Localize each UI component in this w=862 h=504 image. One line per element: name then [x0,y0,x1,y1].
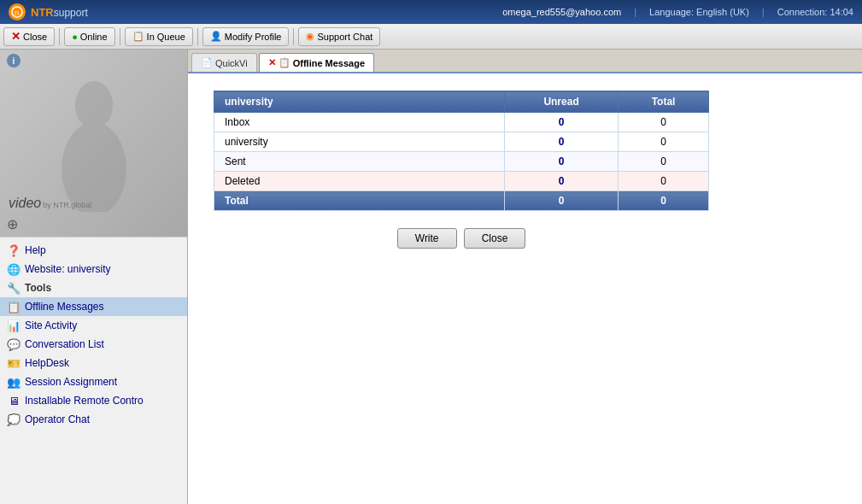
content-area: 📄 QuickVi ✕ 📋 Offline Message university… [188,50,862,504]
sent-total: 0 [619,152,709,172]
total-name: Total [214,191,505,211]
content-panel: university Unread Total Inbox 0 0 univer… [188,73,862,504]
sidebar-item-conversation-list[interactable]: 💬 Conversation List [0,335,187,354]
help-label: Help [25,244,46,256]
deleted-name: Deleted [214,172,505,191]
session-assignment-label: Session Assignment [25,376,117,388]
toolbar-sep4 [293,28,294,45]
svg-point-2 [75,81,113,129]
offline-message-tab-label: Offline Message [293,58,365,68]
col-unread-header: Unread [505,91,619,113]
helpdesk-icon: 🎫 [7,356,21,370]
quickvi-tab-icon: 📄 [201,57,213,68]
deleted-unread: 0 [505,172,619,191]
main-layout: i video by NTR.global ⊕ ❓ Help 🌐 Website… [0,50,862,504]
toolbar: ✕ Close ● Online 📋 In Queue 👤 Modify Pro… [0,24,862,50]
website-label: Website: university [25,263,110,275]
toolbar-sep2 [120,28,120,45]
toolbar-sep3 [197,28,198,45]
close-label: Close [23,32,47,42]
offline-message-tab-icon: 📋 [279,57,290,68]
tab-offline-close-icon[interactable]: ✕ [268,57,276,68]
university-sub-total: 0 [619,132,709,152]
tab-offline-message[interactable]: ✕ 📋 Offline Message [259,53,374,72]
close-dialog-button[interactable]: Close [464,228,526,249]
logo-text: NTRsupport [31,6,88,19]
svg-text:n: n [15,9,19,17]
tab-bar: 📄 QuickVi ✕ 📋 Offline Message [188,50,862,73]
col-folder-header: university [214,91,505,113]
table-row-university-sub: university 0 0 [214,132,709,152]
total-total: 0 [619,191,709,211]
close-button[interactable]: ✕ Close [3,27,55,46]
write-button[interactable]: Write [397,228,457,249]
queue-icon: 📋 [132,31,144,42]
sidebar-item-help[interactable]: ❓ Help [0,241,187,260]
operator-chat-icon: 💭 [7,413,21,426]
in-queue-label: In Queue [147,32,185,42]
sidebar-nav: ❓ Help 🌐 Website: university 🔧 Tools 📋 O… [0,237,187,504]
quickvi-tab-label: QuickVi [215,58,248,68]
installable-remote-icon: 🖥 [7,394,21,407]
support-chat-button[interactable]: ◉ Support Chat [298,27,380,46]
info-icon: i [7,54,21,67]
conversation-list-icon: 💬 [7,337,21,351]
offline-messages-icon: 📋 [7,300,21,314]
close-icon: ✕ [11,30,21,43]
online-button[interactable]: ● Online [64,27,114,46]
sent-name: Sent [214,152,505,172]
modify-profile-label: Modify Profile [225,32,282,42]
language-info: Language: English (UK) [649,7,749,17]
logo-ntr: NTR [31,6,54,19]
tools-label: Tools [25,282,51,294]
sidebar-top: i video by NTR.global ⊕ [0,50,187,237]
header-divider2: | [762,7,765,17]
operator-chat-label: Operator Chat [25,413,90,425]
logo-support: support [54,7,88,19]
header-divider1: | [634,7,636,17]
sidebar-item-site-activity[interactable]: 📊 Site Activity [0,316,187,335]
sidebar-scroll-icon: ⊕ [7,216,18,232]
sidebar-item-website[interactable]: 🌐 Website: university [0,260,187,278]
video-by: by NTR.global [43,201,91,209]
site-activity-icon: 📊 [7,319,21,332]
university-sub-unread: 0 [505,132,619,152]
sidebar-item-installable-remote[interactable]: 🖥 Installable Remote Contro [0,391,187,410]
table-row-sent: Sent 0 0 [214,152,709,172]
site-activity-label: Site Activity [25,319,77,331]
online-label: Online [80,32,108,42]
sidebar-item-operator-chat[interactable]: 💭 Operator Chat [0,410,187,429]
logo-icon: n [9,3,26,21]
logo-area: n NTRsupport [9,3,88,21]
col-total-header: Total [619,91,709,113]
table-row-total: Total 0 0 [214,191,709,211]
sidebar-item-session-assignment[interactable]: 👥 Session Assignment [0,372,187,391]
sidebar: i video by NTR.global ⊕ ❓ Help 🌐 Website… [0,50,188,504]
table-row-deleted: Deleted 0 0 [214,172,709,191]
help-icon: ❓ [7,243,21,257]
in-queue-button[interactable]: 📋 In Queue [125,27,193,46]
support-icon: ◉ [306,31,314,42]
video-text: video [9,196,41,211]
tools-icon: 🔧 [7,281,21,295]
sidebar-item-offline-messages[interactable]: 📋 Offline Messages [0,297,187,316]
deleted-total: 0 [619,172,709,191]
sidebar-item-helpdesk[interactable]: 🎫 HelpDesk [0,354,187,372]
installable-remote-label: Installable Remote Contro [25,395,144,407]
header-bar: n NTRsupport omega_red555@yahoo.com | La… [0,0,862,24]
offline-messages-label: Offline Messages [25,301,104,313]
session-assignment-icon: 👥 [7,375,21,389]
modify-icon: 👤 [210,31,222,42]
action-buttons: Write Close [214,228,709,249]
tab-quickvi[interactable]: 📄 QuickVi [191,53,257,72]
header-info: omega_red555@yahoo.com | Language: Engli… [502,7,853,17]
online-icon: ● [72,32,78,42]
inbox-total: 0 [619,113,709,132]
user-email: omega_red555@yahoo.com [502,7,621,17]
table-row-inbox: Inbox 0 0 [214,113,709,132]
conversation-list-label: Conversation List [25,338,104,350]
connection-info: Connection: 14:04 [777,7,853,17]
inbox-unread: 0 [505,113,619,132]
modify-profile-button[interactable]: 👤 Modify Profile [202,27,290,46]
support-chat-label: Support Chat [317,32,372,42]
